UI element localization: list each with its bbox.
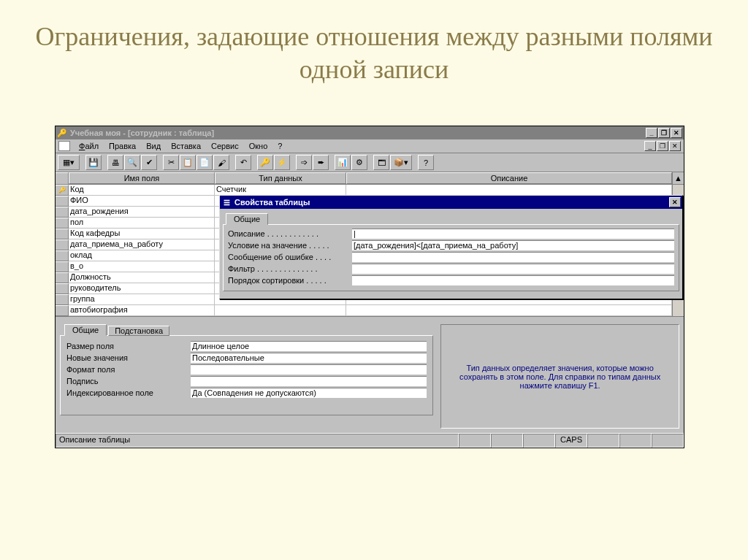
- column-header-type[interactable]: Тип данных: [215, 172, 346, 184]
- menu-service[interactable]: Сервис: [207, 141, 243, 151]
- help-button[interactable]: ?: [418, 155, 434, 170]
- row-selector[interactable]: [56, 218, 69, 229]
- mdi-close-button[interactable]: ✕: [669, 141, 681, 151]
- cell-field-desc[interactable]: [346, 185, 672, 196]
- statusbar-indicator: [459, 434, 491, 448]
- dlg-desc-label: Описание . . . . . . . . . . . .: [228, 229, 352, 238]
- insert-rows-button[interactable]: ➩: [296, 155, 312, 170]
- dialog-close-button[interactable]: ✕: [669, 197, 681, 207]
- dlg-msg-label: Сообщение об ошибке . . . .: [228, 253, 352, 261]
- menu-window[interactable]: Окно: [245, 141, 272, 151]
- mdi-minimize-button[interactable]: _: [644, 141, 656, 151]
- prop-size-label: Размер поля: [66, 342, 191, 350]
- undo-button[interactable]: ↶: [235, 155, 251, 170]
- cell-field-desc[interactable]: [346, 305, 672, 316]
- dlg-sort-value[interactable]: [352, 275, 674, 285]
- row-selector[interactable]: [56, 305, 69, 316]
- builder-button[interactable]: ⚙: [351, 155, 367, 170]
- row-selector[interactable]: 🔑: [56, 185, 69, 196]
- cell-field-type[interactable]: [215, 305, 346, 316]
- vscroll-track[interactable]: [672, 185, 684, 196]
- cell-field-name[interactable]: автобиография: [69, 305, 215, 316]
- cell-field-name[interactable]: дата_рождения: [69, 207, 215, 218]
- mdi-restore-button[interactable]: ❐: [657, 141, 668, 151]
- format-painter-button[interactable]: 🖌: [213, 155, 229, 170]
- vscroll-track[interactable]: [672, 305, 684, 316]
- row-selector[interactable]: [56, 207, 69, 218]
- column-header-name[interactable]: Имя поля: [69, 172, 215, 184]
- indexes-button[interactable]: ⚡: [274, 155, 290, 170]
- cell-field-name[interactable]: оклад: [69, 250, 215, 261]
- cut-button[interactable]: ✂: [163, 155, 179, 170]
- paste-button[interactable]: 📄: [196, 155, 213, 170]
- menu-insert[interactable]: Вставка: [167, 141, 205, 151]
- menu-help[interactable]: ?: [273, 141, 286, 151]
- dlg-desc-value[interactable]: [352, 229, 674, 239]
- row-selector[interactable]: [56, 196, 69, 207]
- dlg-rule-label: Условие на значение . . . . .: [228, 241, 352, 250]
- prop-caption-value[interactable]: [191, 376, 427, 386]
- scroll-up-button[interactable]: ▲: [672, 172, 684, 184]
- properties-button[interactable]: 📊: [335, 155, 351, 170]
- prop-format-value[interactable]: [191, 364, 427, 375]
- cell-field-name[interactable]: руководитель: [69, 283, 215, 294]
- cell-field-type[interactable]: Счетчик: [215, 185, 346, 196]
- menu-file[interactable]: Файл: [75, 141, 103, 151]
- preview-button[interactable]: 🔍: [124, 155, 140, 170]
- dialog-tab-general[interactable]: Общие: [226, 213, 268, 225]
- cell-field-name[interactable]: группа: [69, 294, 215, 305]
- statusbar-indicator: [491, 434, 523, 448]
- field-props-panel: Размер поля Длинное целое Новые значения…: [60, 335, 433, 415]
- grid-header: Имя поля Тип данных Описание ▲: [56, 172, 684, 185]
- titlebar: 🔑 Учебная моя - [сотрудник : таблица] _ …: [56, 126, 684, 139]
- new-object-button[interactable]: 📦▾: [390, 155, 412, 170]
- cell-field-name[interactable]: дата_приема_на_работу: [69, 239, 215, 250]
- cell-field-name[interactable]: Код: [69, 185, 215, 196]
- save-button[interactable]: 💾: [85, 155, 102, 170]
- key-icon: 🔑: [57, 128, 67, 138]
- print-button[interactable]: 🖶: [107, 155, 123, 170]
- row-selector[interactable]: [56, 229, 69, 239]
- tab-lookup[interactable]: Подстановка: [108, 326, 169, 336]
- dlg-msg-value[interactable]: [352, 252, 674, 262]
- minimize-button[interactable]: _: [646, 128, 657, 138]
- datasheet-icon[interactable]: [58, 141, 70, 151]
- cell-field-name[interactable]: Должность: [69, 272, 215, 283]
- row-selector[interactable]: [56, 239, 69, 250]
- primary-key-button[interactable]: 🔑: [257, 155, 273, 170]
- view-switcher-button[interactable]: ▦▾: [58, 155, 80, 170]
- cell-field-name[interactable]: пол: [69, 218, 215, 229]
- tab-general[interactable]: Общие: [64, 324, 107, 336]
- dlg-rule-value[interactable]: [дата_рождения]<[дата_приема_на_работу]: [352, 240, 674, 250]
- menu-view[interactable]: Вид: [142, 141, 165, 151]
- prop-size-value[interactable]: Длинное целое: [191, 341, 427, 351]
- dialog-titlebar[interactable]: ☰ Свойства таблицы ✕: [220, 196, 682, 209]
- dlg-filter-label: Фильтр . . . . . . . . . . . . . .: [228, 264, 352, 273]
- dlg-filter-value[interactable]: [352, 264, 674, 274]
- cell-field-name[interactable]: ФИО: [69, 196, 215, 207]
- delete-rows-button[interactable]: ➨: [313, 155, 329, 170]
- dlg-sort-label: Порядок сортировки . . . . .: [228, 276, 352, 285]
- statusbar-indicator: [587, 434, 619, 448]
- cell-field-name[interactable]: Код кафедры: [69, 229, 215, 239]
- statusbar-indicator: [523, 434, 555, 448]
- prop-newvals-value[interactable]: Последовательные: [191, 353, 427, 363]
- row-selector[interactable]: [56, 272, 69, 283]
- grid-corner[interactable]: [56, 172, 69, 184]
- spellcheck-button[interactable]: ✔: [141, 155, 157, 170]
- maximize-button[interactable]: ❐: [658, 128, 670, 138]
- menu-edit[interactable]: Правка: [104, 141, 140, 151]
- row-selector[interactable]: [56, 283, 69, 294]
- column-header-desc[interactable]: Описание: [346, 172, 672, 184]
- prop-indexed-value[interactable]: Да (Совпадения не допускаются): [191, 388, 427, 398]
- db-window-button[interactable]: 🗔: [373, 155, 389, 170]
- cell-field-name[interactable]: в_о: [69, 261, 215, 272]
- close-button[interactable]: ✕: [671, 128, 682, 138]
- table-row[interactable]: 🔑КодСчетчик: [56, 185, 684, 196]
- row-selector[interactable]: [56, 294, 69, 305]
- row-selector[interactable]: [56, 261, 69, 272]
- table-row[interactable]: автобиография: [56, 305, 684, 316]
- row-selector[interactable]: [56, 250, 69, 261]
- props-area: Общие Подстановка Размер поля Длинное це…: [56, 316, 684, 433]
- copy-button[interactable]: 📋: [180, 155, 196, 170]
